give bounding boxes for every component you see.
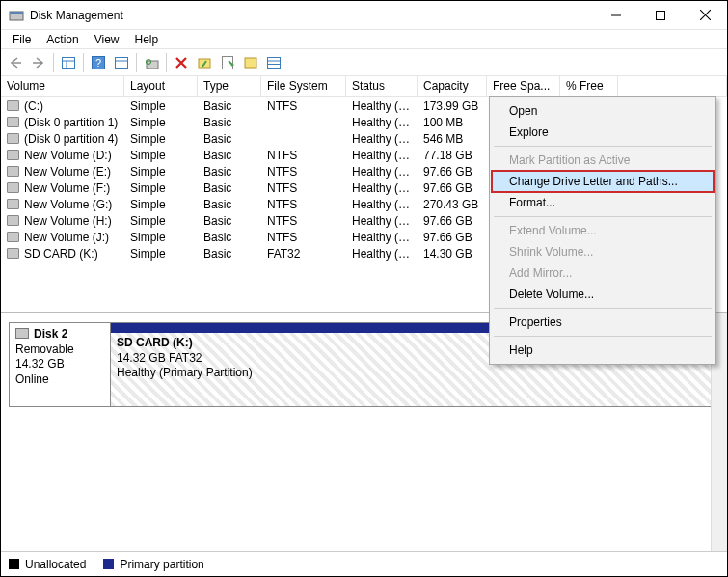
disk-info: Disk 2 Removable 14.32 GB Online <box>10 323 111 406</box>
disk-label: Disk 2 <box>34 327 67 341</box>
cell-capacity: 100 MB <box>418 116 487 129</box>
svg-rect-18 <box>245 58 256 68</box>
refresh-button[interactable] <box>141 52 162 73</box>
ctx-open[interactable]: Open <box>492 100 714 122</box>
cell-capacity: 173.99 GB <box>418 99 487 113</box>
titlebar: Disk Management <box>1 1 727 30</box>
legend: Unallocated Primary partition <box>1 551 727 576</box>
cell-volume: New Volume (E:) <box>1 165 124 179</box>
ctx-properties[interactable]: Properties <box>492 312 714 333</box>
drive-icon <box>7 182 19 193</box>
drive-icon <box>7 166 19 177</box>
menu-help[interactable]: Help <box>127 32 167 47</box>
ctx-explore[interactable]: Explore <box>492 122 714 143</box>
properties-button[interactable] <box>217 52 238 73</box>
cell-volume: New Volume (F:) <box>1 181 124 195</box>
ctx-add-mirror: Add Mirror... <box>492 262 714 284</box>
menu-file[interactable]: File <box>5 32 39 47</box>
drive-icon <box>7 100 19 111</box>
toolbar-separator <box>83 53 84 72</box>
cell-status: Healthy (B... <box>346 214 418 228</box>
cell-volume: (Disk 0 partition 4) <box>1 132 124 146</box>
col-layout[interactable]: Layout <box>124 76 198 96</box>
close-button[interactable] <box>683 1 727 30</box>
ctx-change-drive-letter[interactable]: Change Drive Letter and Paths... <box>492 171 714 192</box>
minimize-button[interactable] <box>594 1 638 30</box>
cell-capacity: 546 MB <box>418 132 487 146</box>
col-free-space[interactable]: Free Spa... <box>487 76 560 96</box>
window-title: Disk Management <box>30 9 123 22</box>
cell-status: Healthy (B... <box>346 165 418 179</box>
cell-volume: New Volume (G:) <box>1 198 124 211</box>
cell-type: Basic <box>198 116 261 129</box>
col-type[interactable]: Type <box>198 76 261 96</box>
cell-layout: Simple <box>124 247 198 261</box>
cell-status: Healthy (B... <box>346 99 418 113</box>
disk-type: Removable <box>15 343 104 358</box>
cell-layout: Simple <box>124 198 198 211</box>
svg-rect-13 <box>147 61 158 69</box>
cell-type: Basic <box>198 149 261 162</box>
maximize-button[interactable] <box>638 1 683 30</box>
col-status[interactable]: Status <box>346 76 418 96</box>
ctx-delete-volume[interactable]: Delete Volume... <box>492 284 714 305</box>
disk-state: Online <box>15 372 104 388</box>
cell-filesystem: NTFS <box>261 181 346 195</box>
ctx-help[interactable]: Help <box>492 340 714 361</box>
cell-status: Healthy (P... <box>346 247 418 261</box>
context-menu: Open Explore Mark Partition as Active Ch… <box>489 96 716 365</box>
cell-volume: New Volume (H:) <box>1 214 124 228</box>
extend-button[interactable] <box>194 52 215 73</box>
ctx-separator <box>494 216 712 217</box>
menu-action[interactable]: Action <box>39 32 86 47</box>
svg-rect-6 <box>63 57 75 68</box>
drive-icon <box>7 150 19 160</box>
cell-layout: Simple <box>124 149 198 162</box>
cell-type: Basic <box>198 132 261 146</box>
cell-status: Healthy (E... <box>346 116 418 129</box>
col-filesystem[interactable]: File System <box>261 76 346 96</box>
cell-type: Basic <box>198 247 261 261</box>
toolbar-separator <box>53 53 54 72</box>
cell-status: Healthy (B... <box>346 231 418 244</box>
settings-button[interactable] <box>111 52 132 73</box>
col-percent-free[interactable]: % Free <box>560 76 618 96</box>
svg-rect-3 <box>657 11 665 19</box>
show-hide-console-button[interactable] <box>58 52 79 73</box>
cell-capacity: 97.66 GB <box>418 165 487 179</box>
list-view-button[interactable] <box>263 52 284 73</box>
drive-icon <box>7 199 19 209</box>
svg-text:?: ? <box>95 57 101 69</box>
cell-layout: Simple <box>124 181 198 195</box>
cell-filesystem: NTFS <box>261 198 346 211</box>
menu-view[interactable]: View <box>87 32 127 47</box>
cell-type: Basic <box>198 99 261 113</box>
app-icon <box>9 8 24 23</box>
toolbar-separator <box>166 53 167 72</box>
cell-filesystem: NTFS <box>261 214 346 228</box>
drive-icon <box>7 117 19 127</box>
delete-button[interactable] <box>171 52 192 73</box>
cell-filesystem: FAT32 <box>261 247 346 261</box>
cell-capacity: 97.66 GB <box>418 231 487 244</box>
drive-icon <box>7 232 19 242</box>
drive-icon <box>7 215 19 226</box>
disk-size: 14.32 GB <box>15 357 104 372</box>
disk-icon <box>15 328 29 339</box>
forward-button[interactable] <box>28 52 49 73</box>
partition-status: Healthy (Primary Partition) <box>117 366 713 381</box>
cell-filesystem: NTFS <box>261 149 346 162</box>
drive-icon <box>7 248 19 259</box>
cell-layout: Simple <box>124 132 198 146</box>
ctx-separator <box>494 336 712 337</box>
back-button[interactable] <box>5 52 26 73</box>
cell-status: Healthy (B... <box>346 181 418 195</box>
disk-management-window: Disk Management File Action View Help ? <box>0 0 728 577</box>
col-capacity[interactable]: Capacity <box>418 76 487 96</box>
help-button[interactable]: ? <box>88 52 109 73</box>
col-volume[interactable]: Volume <box>1 76 124 96</box>
svg-rect-11 <box>116 57 128 68</box>
cell-volume: New Volume (J:) <box>1 231 124 244</box>
help-topic-button[interactable] <box>240 52 261 73</box>
ctx-format[interactable]: Format... <box>492 192 714 213</box>
